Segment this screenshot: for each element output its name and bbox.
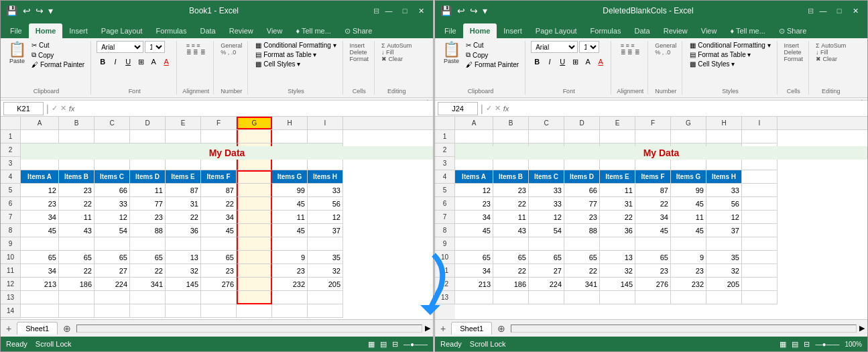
cell-D5-left[interactable]: 11 xyxy=(130,184,166,197)
cell-C1-right[interactable] xyxy=(529,130,564,143)
cell-E7-left[interactable]: 22 xyxy=(166,211,201,224)
cell-styles-btn-right[interactable]: ▩ Cell Styles ▾ xyxy=(688,60,772,68)
cell-H8-right[interactable]: 37 xyxy=(706,224,742,237)
cell-H2-right[interactable] xyxy=(706,143,742,157)
cell-A1-left[interactable] xyxy=(21,130,59,143)
tab-insert-right[interactable]: Insert xyxy=(497,23,529,38)
tab-view-right[interactable]: View xyxy=(694,23,724,38)
cell-E8-left[interactable]: 36 xyxy=(166,224,201,237)
cell-H1-left[interactable] xyxy=(272,130,308,143)
cell-A11-left[interactable]: 34 xyxy=(21,264,59,278)
cell-H12-left[interactable]: 232 xyxy=(272,278,308,291)
cell-F10-right[interactable]: 65 xyxy=(635,251,671,264)
minimize-btn-left[interactable]: — xyxy=(382,4,395,17)
cell-A2-left[interactable] xyxy=(21,143,59,157)
cell-I8-right[interactable] xyxy=(742,224,778,237)
cell-E10-left[interactable]: 13 xyxy=(166,251,201,264)
undo-btn[interactable]: ↩ xyxy=(21,5,32,17)
cell-H13-right[interactable] xyxy=(706,291,742,304)
col-header-B-right[interactable]: B xyxy=(493,117,529,129)
cell-H10-left[interactable]: 9 xyxy=(272,251,308,264)
conditional-formatting-btn-right[interactable]: ▦ Conditional Formatting ▾ xyxy=(688,41,772,50)
tab-review-left[interactable]: Review xyxy=(223,23,260,38)
cell-E2-left[interactable] xyxy=(166,143,201,157)
sheet-nav-right[interactable]: ⊕ xyxy=(495,323,508,334)
cell-F1-left[interactable] xyxy=(201,130,237,143)
maximize-btn-right[interactable]: □ xyxy=(832,4,846,17)
cell-C2-right[interactable] xyxy=(529,143,564,157)
cell-A4-right[interactable]: Items A xyxy=(455,170,493,184)
page-break-icon-left[interactable]: ⊟ xyxy=(392,340,398,349)
cell-F2-right[interactable] xyxy=(635,143,671,157)
cell-A7-left[interactable]: 34 xyxy=(21,211,59,224)
cell-G11-right[interactable]: 23 xyxy=(671,264,706,278)
minimize-btn-right[interactable]: — xyxy=(816,4,830,17)
cell-I11-right[interactable] xyxy=(742,264,778,278)
cell-C6-right[interactable]: 33 xyxy=(529,197,564,211)
cell-G4-left[interactable] xyxy=(237,170,272,184)
paste-btn-right[interactable]: 📋 Paste xyxy=(440,41,462,66)
cell-E8-right[interactable]: 36 xyxy=(600,224,635,237)
cell-F9-left[interactable] xyxy=(201,237,237,251)
cell-E14-left[interactable] xyxy=(166,304,201,318)
cell-F6-left[interactable]: 22 xyxy=(201,197,237,211)
cell-D12-left[interactable]: 341 xyxy=(130,278,166,291)
cell-I5-right[interactable] xyxy=(742,184,778,197)
cell-G9-left[interactable] xyxy=(237,237,272,251)
scroll-right-right[interactable]: ▶ xyxy=(859,324,865,333)
cell-I4-left[interactable]: Items H xyxy=(308,170,343,184)
cell-I1-left[interactable] xyxy=(308,130,343,143)
tab-share-right[interactable]: ⊙ Share xyxy=(772,23,813,38)
formula-check-left[interactable]: ✓ xyxy=(52,104,58,113)
cell-F8-left[interactable]: 45 xyxy=(201,224,237,237)
cell-I7-right[interactable] xyxy=(742,211,778,224)
cell-H9-left[interactable] xyxy=(272,237,308,251)
cell-H1-right[interactable] xyxy=(706,130,742,143)
col-header-D-left[interactable]: D xyxy=(130,117,166,129)
copy-btn-left[interactable]: ⧉ Copy xyxy=(29,50,86,60)
cell-B11-right[interactable]: 22 xyxy=(493,264,529,278)
cell-G9-right[interactable] xyxy=(671,237,706,251)
cell-B3-left[interactable] xyxy=(59,157,95,170)
cell-H14-left[interactable] xyxy=(272,304,308,318)
font-color-btn-right[interactable]: A xyxy=(595,56,607,68)
cell-A13-left[interactable] xyxy=(21,291,59,304)
normal-view-icon-right[interactable]: ▦ xyxy=(780,340,786,349)
cell-B7-left[interactable]: 11 xyxy=(59,211,95,224)
cell-H5-right[interactable]: 33 xyxy=(706,184,742,197)
scroll-right-left[interactable]: ▶ xyxy=(425,324,430,333)
sheet-tab-sheet1-right[interactable]: Sheet1 xyxy=(451,322,492,335)
cell-C13-left[interactable] xyxy=(95,291,130,304)
cell-A3-right[interactable] xyxy=(455,157,493,170)
cell-D10-left[interactable]: 65 xyxy=(130,251,166,264)
cell-H2-left[interactable] xyxy=(272,143,308,157)
cell-I12-right[interactable] xyxy=(742,278,778,291)
col-header-F-left[interactable]: F xyxy=(201,117,237,129)
save-icon[interactable]: 💾 xyxy=(6,5,17,16)
tab-home-left[interactable]: Home xyxy=(29,23,63,38)
cell-I2-left[interactable] xyxy=(308,143,343,157)
cell-B12-left[interactable]: 186 xyxy=(59,278,95,291)
cell-C9-right[interactable] xyxy=(529,237,564,251)
col-header-I-left[interactable]: I xyxy=(308,117,343,129)
cell-D1-left[interactable] xyxy=(130,130,166,143)
cell-F11-right[interactable]: 23 xyxy=(635,264,671,278)
cell-B6-right[interactable]: 22 xyxy=(493,197,529,211)
cell-I13-right[interactable] xyxy=(742,291,778,304)
cell-D11-left[interactable]: 22 xyxy=(130,264,166,278)
collapse-icon-left[interactable]: ▲ xyxy=(425,98,430,100)
cell-ref-right[interactable] xyxy=(438,102,478,115)
cell-I12-left[interactable]: 205 xyxy=(308,278,343,291)
bold-btn-left[interactable]: B xyxy=(97,56,109,68)
cell-H6-left[interactable]: 45 xyxy=(272,197,308,211)
cell-D9-right[interactable] xyxy=(564,237,600,251)
cell-A6-right[interactable]: 23 xyxy=(455,197,493,211)
formula-input-right[interactable] xyxy=(511,102,865,115)
cell-E1-right[interactable] xyxy=(600,130,635,143)
cell-G12-right[interactable]: 232 xyxy=(671,278,706,291)
tab-tellme-left[interactable]: ♦ Tell me... xyxy=(289,23,337,38)
cell-B13-right[interactable] xyxy=(493,291,529,304)
format-painter-btn-left[interactable]: 🖌 Format Painter xyxy=(29,60,86,69)
cell-D8-right[interactable]: 88 xyxy=(564,224,600,237)
sheet-add-btn-left[interactable]: + xyxy=(3,323,14,334)
